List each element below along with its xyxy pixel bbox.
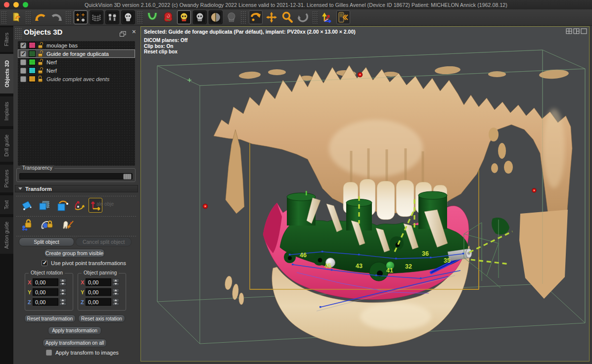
color-swatch[interactable] xyxy=(29,50,36,57)
unlock-icon[interactable] xyxy=(38,67,44,74)
list-item-guide-complet[interactable]: Guide complet avec dents xyxy=(18,75,135,83)
rotation-z-stepper[interactable] xyxy=(59,298,66,306)
layout-grid-icon[interactable] xyxy=(566,28,572,34)
checkbox-box[interactable] xyxy=(46,350,52,356)
visibility-checkbox[interactable] xyxy=(20,43,26,48)
transparency-label: Transparency xyxy=(20,165,54,171)
visibility-checkbox[interactable] xyxy=(20,68,26,74)
rotate-icon[interactable] xyxy=(249,10,263,24)
layout-multiview-icon[interactable] xyxy=(74,10,88,24)
toolbar-grip[interactable] xyxy=(240,11,247,24)
object-label: moulage bas xyxy=(46,43,78,48)
clean-object-icon[interactable] xyxy=(61,218,75,233)
color-swatch[interactable] xyxy=(29,67,36,74)
panning-y-stepper[interactable] xyxy=(112,288,119,296)
apply-transform-images-checkbox[interactable]: Apply transform to images xyxy=(46,350,119,356)
layout-split-icon[interactable] xyxy=(573,28,580,34)
lock-position-icon[interactable] xyxy=(20,218,34,233)
3d-viewport[interactable]: 46 45 43 41 32 36 35 Selected: Guide de … xyxy=(140,26,590,362)
rotation-z-input[interactable] xyxy=(33,298,58,306)
dicom-planes-toggle[interactable]: DICOM planes: Off xyxy=(144,38,356,44)
visibility-checkbox[interactable] xyxy=(20,51,26,57)
list-item-nerf-1[interactable]: Nerf xyxy=(18,58,135,66)
list-item-nerf-2[interactable]: Nerf xyxy=(18,66,135,75)
axes-icon[interactable] xyxy=(320,10,334,24)
svg-text:35: 35 xyxy=(444,257,451,264)
create-group-button[interactable]: Create group from visible xyxy=(44,249,105,258)
color-swatch[interactable] xyxy=(29,42,36,48)
panning-y-input[interactable] xyxy=(86,288,111,296)
skull-color-icon[interactable] xyxy=(177,10,191,24)
pan-icon[interactable] xyxy=(265,10,278,24)
color-swatch[interactable] xyxy=(29,59,36,65)
toolbar-grip[interactable] xyxy=(25,11,32,24)
panning-z-stepper[interactable] xyxy=(112,298,119,306)
layout-slices-icon[interactable] xyxy=(105,10,119,24)
skull-ghost-icon[interactable] xyxy=(225,10,238,24)
apply-transformation-on-all-button[interactable]: Apply transformation on all xyxy=(43,339,107,347)
apply-transformation-button[interactable]: Apply transformation xyxy=(48,326,101,335)
sidebar-tab-pictures[interactable]: Pictures xyxy=(0,165,13,192)
collapse-panel-icon[interactable] xyxy=(336,10,350,24)
color-swatch[interactable] xyxy=(29,76,36,82)
list-item-moulage-bas[interactable]: moulage bas xyxy=(18,41,135,49)
orbit-icon[interactable] xyxy=(296,10,310,24)
use-pivot-checkbox[interactable]: Use pivot point transformations xyxy=(42,260,126,266)
rotate-around-axes-icon[interactable] xyxy=(72,198,86,213)
duplicate-object-icon[interactable] xyxy=(38,198,51,213)
unlock-icon[interactable] xyxy=(38,50,44,57)
sidebar-tab-drill-guide[interactable]: Drill guide xyxy=(0,129,13,162)
reset-transformation-button[interactable]: Reset transformation xyxy=(24,315,76,322)
arch-icon[interactable] xyxy=(145,10,159,24)
3d-scene[interactable]: 46 45 43 41 32 36 35 xyxy=(141,27,589,361)
panel-close-icon[interactable]: × xyxy=(132,28,136,36)
toolbar-grip[interactable] xyxy=(1,11,7,24)
toolbar-grip[interactable] xyxy=(137,11,143,24)
clip-box-toggle[interactable]: Clip box: On xyxy=(144,44,356,49)
zoom-icon[interactable] xyxy=(280,10,294,24)
unlock-icon[interactable] xyxy=(38,42,44,49)
sidebar-tab-objects-3d[interactable]: Objects 3D xyxy=(0,54,13,93)
sidebar-tab-action-guide[interactable]: Action guide xyxy=(0,217,13,254)
redo-icon[interactable] xyxy=(49,10,63,24)
rotation-y-stepper[interactable] xyxy=(59,288,66,296)
lock-rotation-icon[interactable] xyxy=(40,218,54,233)
visibility-checkbox[interactable] xyxy=(20,59,26,65)
layout-panorama-icon[interactable] xyxy=(90,10,103,24)
rotation-x-input[interactable] xyxy=(33,278,58,286)
layout-3d-icon[interactable] xyxy=(121,10,135,24)
exit-door-icon[interactable] xyxy=(9,10,23,24)
free-transform-icon[interactable] xyxy=(20,198,34,213)
toolbar-grip[interactable] xyxy=(65,11,72,24)
viewport-selected-info: Selected: Guide de forage duplicata (Par… xyxy=(144,29,356,35)
reset-clip-box-command[interactable]: Reset clip box xyxy=(144,49,356,55)
list-item-guide-de-forage[interactable]: Guide de forage duplicata xyxy=(18,49,135,58)
rotation-y-input[interactable] xyxy=(33,288,58,296)
nerve-icon[interactable] xyxy=(161,10,175,24)
transparency-slider-handle[interactable] xyxy=(123,174,132,180)
panning-x-stepper[interactable] xyxy=(112,278,119,286)
lock-icon[interactable] xyxy=(38,76,44,83)
half-disc-icon[interactable] xyxy=(209,10,223,24)
sidebar-tab-text[interactable]: Text xyxy=(0,195,13,214)
cancel-split-object-button[interactable]: Cancel split object xyxy=(76,237,132,246)
visibility-checkbox[interactable] xyxy=(20,76,26,82)
rotate-object-icon[interactable] xyxy=(56,198,70,213)
split-object-button[interactable]: Split object xyxy=(19,237,74,246)
panning-x-input[interactable] xyxy=(86,278,111,286)
panning-z-input[interactable] xyxy=(86,298,111,306)
toolbar-grip[interactable] xyxy=(312,11,319,24)
transform-section-header[interactable]: Transform xyxy=(15,185,138,192)
checkbox-box[interactable] xyxy=(42,260,47,266)
sidebar-tab-filters[interactable]: Filters xyxy=(0,27,13,52)
reset-axis-rotation-button[interactable]: Reset axis rotation xyxy=(78,315,125,322)
unlock-icon[interactable] xyxy=(38,59,44,66)
panel-drag-handle[interactable] xyxy=(15,28,22,40)
transparency-slider[interactable] xyxy=(19,173,133,180)
layout-single-icon[interactable] xyxy=(581,28,587,34)
rotation-x-stepper[interactable] xyxy=(59,278,66,286)
undo-icon[interactable] xyxy=(34,10,47,24)
panel-float-icon[interactable] xyxy=(120,30,126,35)
sidebar-tab-implants[interactable]: Implants xyxy=(0,96,13,126)
skull-grey-icon[interactable] xyxy=(193,10,207,24)
